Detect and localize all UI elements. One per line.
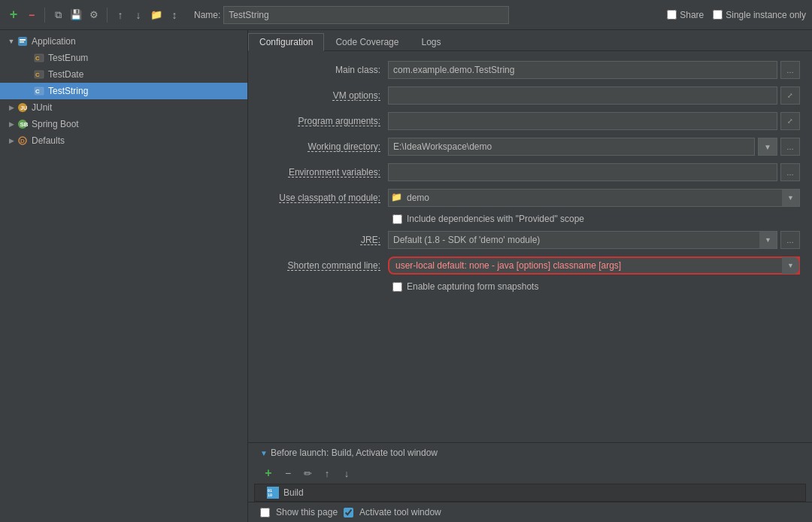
vm-options-row: VM options: ⤢ [260,86,800,105]
share-checkbox[interactable] [667,10,677,20]
working-dir-row: Working directory: ▼ … [260,137,800,156]
show-page-label: Show this page [276,507,338,517]
main-class-input[interactable] [388,61,777,79]
working-dir-dropdown-btn[interactable]: ▼ [758,138,777,156]
before-launch-down-btn[interactable]: ↓ [338,466,355,481]
before-launch-edit-btn[interactable]: ✏ [299,466,316,481]
single-instance-checkbox[interactable] [713,10,723,20]
springboot-icon: SB [17,118,29,130]
sidebar-item-springboot[interactable]: ▶ SB Spring Boot [0,116,247,132]
single-instance-label[interactable]: Single instance only [713,10,806,20]
sidebar: ▼ Application C TestEnum [0,30,248,522]
sort-icon[interactable]: ↕ [167,8,182,23]
tree-arrow-defaults: ▶ [6,137,17,144]
sidebar-item-label-springboot: Spring Boot [32,119,79,129]
shorten-cmd-dropdown-arrow[interactable]: ▼ [782,256,800,275]
share-area: Share Single instance only [667,10,806,20]
program-args-input[interactable] [388,112,777,130]
include-deps-row: Include dependencies with "Provided" sco… [392,214,800,224]
sidebar-item-label-teststring: TestString [48,86,88,96]
folder-icon[interactable]: 📁 [149,8,164,23]
sidebar-item-label-junit: JUnit [32,102,52,113]
vm-options-field: ⤢ [388,86,800,105]
name-input[interactable] [223,6,509,24]
before-launch-remove-btn[interactable]: − [280,466,296,481]
classpath-field: demo 📁 ▼ [388,189,800,207]
testdate-icon: C [33,68,45,80]
env-vars-field: … [388,163,800,181]
shorten-cmd-row: Shorten command line: ▼ [260,256,800,275]
main-class-label: Main class: [260,65,388,75]
sidebar-item-junit[interactable]: ▶ JU JUnit [0,99,247,116]
copy-icon[interactable]: ⧉ [50,8,65,23]
down-icon[interactable]: ↓ [131,8,146,23]
shorten-cmd-input[interactable] [388,256,800,275]
jre-row: JRE: ▼ … [260,230,800,250]
jre-input[interactable] [388,231,777,249]
vm-options-input[interactable] [388,86,777,105]
tab-configuration[interactable]: Configuration [248,33,324,51]
main-class-field: … [388,61,800,79]
build-item: 01 10 Build [254,484,806,502]
program-args-row: Program arguments: ⤢ [260,111,800,131]
env-vars-input[interactable] [388,163,777,181]
sidebar-item-defaults[interactable]: ▶ D Defaults [0,132,247,149]
save-icon[interactable]: 💾 [68,8,83,23]
testenum-icon: C [33,52,45,64]
activate-tool-checkbox[interactable] [344,508,353,517]
svg-text:JU: JU [20,105,27,111]
working-dir-browse-btn[interactable]: … [780,138,800,156]
program-args-expand-btn[interactable]: ⤢ [780,112,800,130]
activate-tool-label: Activate tool window [359,507,441,517]
include-deps-checkbox[interactable] [392,214,402,224]
working-dir-field: ▼ … [388,138,800,156]
classpath-label: Use classpath of module: [260,193,388,203]
main-class-expand-btn[interactable]: … [780,61,800,79]
jre-dropdown-arrow[interactable]: ▼ [759,231,777,249]
working-dir-input[interactable] [388,138,755,156]
toolbar: + − ⧉ 💾 ⚙ ↑ ↓ 📁 ↕ Name: Share Single ins… [0,0,812,30]
include-deps-label: Include dependencies with "Provided" sco… [407,214,584,224]
settings-icon[interactable]: ⚙ [86,8,102,23]
jre-field: ▼ … [388,231,800,249]
add-icon[interactable]: + [6,8,21,23]
tab-code-coverage[interactable]: Code Coverage [324,33,410,51]
before-launch-up-btn[interactable]: ↑ [319,466,335,481]
remove-icon[interactable]: − [24,8,39,23]
sidebar-item-testenum[interactable]: C TestEnum [0,50,247,66]
name-label: Name: [194,10,220,20]
tab-logs[interactable]: Logs [410,33,452,51]
before-launch-header[interactable]: ▼ Before launch: Build, Activate tool wi… [248,443,812,463]
classpath-dropdown-arrow[interactable]: ▼ [782,189,800,207]
share-label: Share [680,10,704,20]
application-icon [17,35,29,47]
vm-options-expand-btn[interactable]: ⤢ [780,86,800,105]
env-vars-label: Environment variables: [260,167,388,178]
up-icon[interactable]: ↑ [113,8,128,23]
jre-browse-btn[interactable]: … [780,231,800,249]
tabs: Configuration Code Coverage Logs [248,30,812,51]
sidebar-item-label-application: Application [32,36,76,47]
env-vars-browse-btn[interactable]: … [780,163,800,181]
classpath-row: Use classpath of module: demo 📁 ▼ [260,188,800,208]
before-launch-add-btn[interactable]: + [260,466,277,481]
sidebar-item-testdate[interactable]: C TestDate [0,66,247,83]
content-area: Configuration Code Coverage Logs Main cl… [248,30,812,522]
svg-text:10: 10 [268,493,272,497]
separator-2 [107,8,108,23]
share-checkbox-label[interactable]: Share [667,10,704,20]
before-launch-arrow: ▼ [260,449,268,457]
sidebar-item-teststring[interactable]: C TestString [0,83,247,99]
main-layout: ▼ Application C TestEnum [0,30,812,522]
enable-snapshots-checkbox[interactable] [392,282,402,292]
shorten-cmd-field: ▼ [388,256,800,275]
env-vars-row: Environment variables: … [260,162,800,182]
bottom-bar: Show this page Activate tool window [248,502,812,522]
sidebar-item-application[interactable]: ▼ Application [0,33,247,50]
main-class-row: Main class: … [260,60,800,80]
before-launch-header-label: Before launch: Build, Activate tool wind… [271,448,438,458]
svg-text:C: C [35,71,40,78]
svg-text:SB: SB [20,121,29,128]
show-page-checkbox[interactable] [260,508,270,517]
classpath-select[interactable]: demo [388,189,800,207]
